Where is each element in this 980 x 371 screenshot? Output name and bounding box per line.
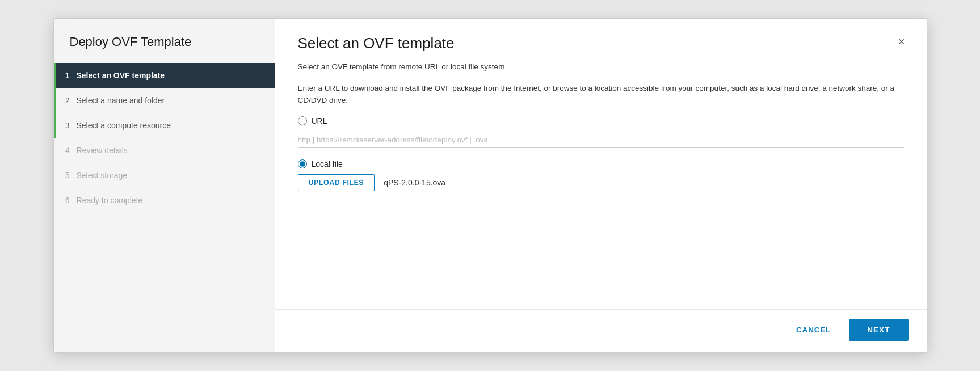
sidebar-title: Deploy OVF Template	[54, 19, 275, 63]
step-1-label: Select an OVF template	[77, 71, 165, 80]
step-5: 5 Select storage	[54, 163, 275, 188]
step-5-indicator	[54, 163, 56, 188]
main-content: Select an OVF template from remote URL o…	[275, 52, 927, 309]
local-file-label[interactable]: Local file	[312, 159, 343, 168]
step-6-num: 6	[54, 196, 77, 205]
step-3-indicator	[54, 113, 56, 138]
description-line-1: Select an OVF template from remote URL o…	[298, 61, 904, 73]
step-1[interactable]: 1 Select an OVF template	[54, 63, 275, 88]
url-input-row	[298, 131, 904, 148]
step-4: 4 Review details	[54, 138, 275, 163]
step-2-num: 2	[54, 96, 77, 105]
main-footer: CANCEL NEXT	[275, 309, 927, 352]
sidebar-steps: 1 Select an OVF template 2 Select a name…	[54, 63, 275, 213]
dialog: Deploy OVF Template 1 Select an OVF temp…	[53, 18, 927, 353]
step-6-indicator	[54, 188, 56, 213]
step-1-indicator	[54, 63, 56, 88]
main-panel: Select an OVF template × Select an OVF t…	[275, 19, 927, 352]
main-title: Select an OVF template	[298, 35, 455, 52]
local-file-radio[interactable]	[298, 159, 307, 168]
upload-files-button[interactable]: UPLOAD FILES	[298, 174, 375, 191]
step-5-num: 5	[54, 171, 77, 180]
step-1-num: 1	[54, 71, 77, 80]
description-line-2: Enter a URL to download and install the …	[298, 83, 904, 106]
step-4-indicator	[54, 138, 56, 163]
step-3-label: Select a compute resource	[77, 121, 171, 130]
step-6-label: Ready to complete	[77, 196, 143, 205]
next-button[interactable]: NEXT	[849, 319, 908, 341]
main-header: Select an OVF template ×	[275, 19, 927, 52]
step-2[interactable]: 2 Select a name and folder	[54, 88, 275, 113]
url-radio-row: URL	[298, 116, 904, 125]
step-3[interactable]: 3 Select a compute resource	[54, 113, 275, 138]
local-file-section: Local file UPLOAD FILES qPS-2.0.0-15.ova	[298, 159, 904, 191]
step-4-num: 4	[54, 146, 77, 155]
upload-file-row: UPLOAD FILES qPS-2.0.0-15.ova	[298, 174, 904, 191]
step-5-label: Select storage	[77, 171, 128, 180]
url-radio[interactable]	[298, 116, 307, 125]
step-3-num: 3	[54, 121, 77, 130]
cancel-button[interactable]: CANCEL	[785, 320, 842, 340]
local-file-radio-row: Local file	[298, 159, 904, 168]
step-6: 6 Ready to complete	[54, 188, 275, 213]
step-2-label: Select a name and folder	[77, 96, 165, 105]
url-input[interactable]	[298, 131, 904, 148]
uploaded-filename: qPS-2.0.0-15.ova	[384, 178, 445, 187]
step-2-indicator	[54, 88, 56, 113]
sidebar: Deploy OVF Template 1 Select an OVF temp…	[54, 19, 275, 352]
step-4-label: Review details	[77, 146, 128, 155]
close-button[interactable]: ×	[895, 35, 909, 48]
url-label[interactable]: URL	[312, 116, 327, 125]
